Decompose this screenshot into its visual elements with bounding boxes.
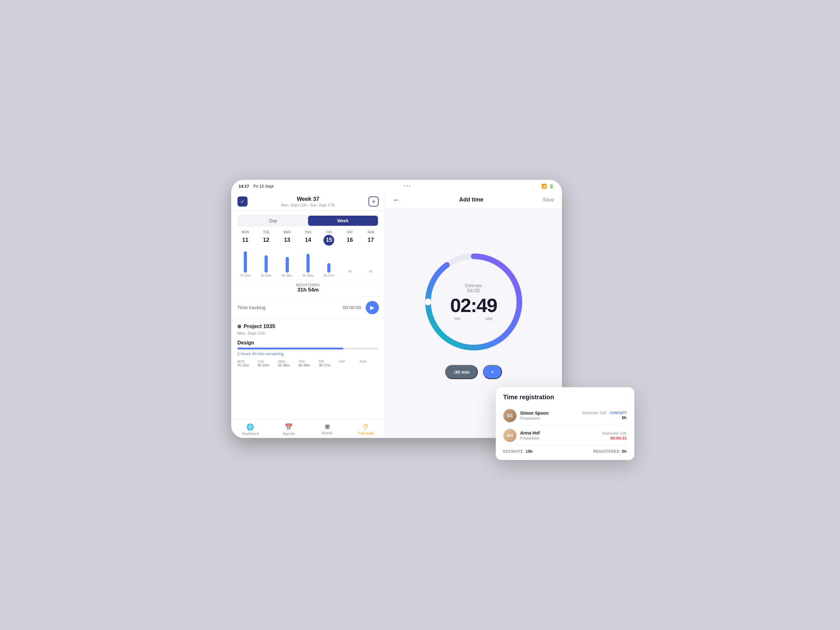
project-dot-icon [237, 324, 241, 328]
day-bar-wed [286, 257, 289, 272]
simon-info: Simon Spoon Preparation [520, 411, 578, 421]
day-col-thu[interactable]: THU 14 6h 48m [298, 230, 318, 277]
time-value: 00:00:00 [343, 305, 361, 310]
reg-person-anna: AH Anna Hof Preparation September 15th 0… [503, 426, 627, 446]
day-num-tue: 12 [261, 235, 272, 246]
day-time-thu: 6h 48m [303, 274, 313, 277]
simon-date: September 15th [582, 411, 606, 415]
timer-display[interactable]: 02:49 [450, 296, 497, 315]
battery-icon: 🔋 [549, 184, 554, 189]
status-bar: 14:17 Fri 15 Sept ··· 📶 🔋 [231, 180, 562, 191]
mini-day-thu: THU 6h 48m [298, 360, 318, 367]
scene: 14:17 Fri 15 Sept ··· 📶 🔋 ✓ Week 37 Mon.… [231, 180, 609, 450]
reg-person-simon: SS Simon Spoon Preparation September 15t… [503, 406, 627, 426]
right-title: Add time [459, 197, 483, 203]
week-toggle-btn[interactable]: Week [308, 216, 378, 226]
day-num-fri: 15 [324, 235, 334, 246]
registered-value: 31h 54m [234, 287, 382, 293]
day-bar-wrap-tue [265, 247, 268, 272]
day-time-wed: 5h 36m [282, 274, 292, 277]
simon-name: Simon Spoon [520, 411, 578, 416]
status-time: 14:17 [239, 184, 249, 189]
popup-registered: REGISTERED 5h [594, 449, 627, 454]
status-icons: 📶 🔋 [542, 184, 554, 189]
bottom-nav: 🌐 Dashboard 📅 Agenda ⊞ Boards ⏱ Time tra… [231, 419, 385, 438]
anna-hours: 00:04:31 [602, 436, 627, 441]
day-bar-wrap-sat [348, 247, 352, 272]
inbox-icon[interactable]: ✓ [237, 197, 248, 206]
simon-hours: 5h [582, 415, 627, 420]
dashboard-icon: 🌐 [246, 423, 254, 431]
day-col-sat[interactable]: SAT 16 [340, 230, 360, 277]
simon-tag: CONCEPT [610, 411, 627, 415]
time-tracking-row: Time tracking 00:00:00 ▶ [231, 296, 385, 319]
plus-button[interactable]: + [483, 365, 502, 379]
time-tracking-label: Time tracking [237, 305, 265, 310]
timetrack-icon: ⏱ [363, 423, 369, 430]
back-button[interactable]: ← [393, 196, 400, 204]
day-time-tue: 6h 24m [261, 274, 271, 277]
registered-label: REGISTERED [234, 284, 382, 287]
more-dots-icon: ··· [404, 183, 411, 189]
nav-dashboard[interactable]: 🌐 Dashboard [231, 422, 270, 437]
day-bar-thu [306, 254, 309, 272]
avatar-anna: AH [503, 429, 516, 442]
progress-bar [237, 348, 344, 350]
mini-day-mon: MON 7h 12m [237, 360, 257, 367]
svg-point-2 [425, 299, 431, 305]
time-tracking-right: 00:00:00 ▶ [343, 301, 379, 314]
nav-agenda[interactable]: 📅 Agenda [270, 422, 308, 437]
day-label-mon: MON [242, 230, 249, 234]
day-col-tue[interactable]: TUE 12 6h 24m [256, 230, 276, 277]
hh-mm-labels: HH MM [450, 317, 497, 321]
popup-title: Time registration [503, 394, 627, 401]
day-label-tue: TUE [263, 230, 269, 234]
day-col-mon[interactable]: MON 11 7h 12m [235, 230, 255, 277]
day-col-wed[interactable]: WED 13 5h 36m [277, 230, 297, 277]
nav-dashboard-label: Dashboard [242, 432, 259, 435]
mini-day-fri: FRI 3h 17m [319, 360, 338, 367]
minus-30-button[interactable]: -30 min [445, 365, 478, 379]
project-section: Project 1035 Mon, Sept 11th Design 2 hou… [231, 319, 385, 367]
day-toggle-btn[interactable]: Day [238, 216, 308, 226]
day-num-sun: 17 [365, 235, 376, 246]
avatar-anna-initials: AH [503, 429, 516, 442]
estimate-value: 04:00 [450, 288, 497, 294]
mini-week: MON 7h 12m TUE 6h 24m WED 5h 36m THU [237, 360, 379, 367]
day-col-fri[interactable]: FRI 15 3h 17m [319, 230, 339, 277]
estimate-footer-label: ESTIMATE [503, 449, 523, 454]
left-panel: ✓ Week 37 Mon. Sept 11th - Sun. Sept 17t… [231, 191, 385, 438]
save-button[interactable]: Save [543, 197, 554, 203]
time-reg-popup: Time registration SS Simon Spoon Prepara… [496, 387, 634, 460]
project-name: Project 1035 [237, 323, 379, 330]
mini-day-wed: WED 5h 36m [278, 360, 297, 367]
popup-footer: ESTIMATE 15h REGISTERED 5h [503, 449, 627, 454]
registered-footer-label: REGISTERED [594, 449, 619, 454]
play-button[interactable]: ▶ [366, 301, 379, 314]
nav-boards[interactable]: ⊞ Boards [308, 422, 346, 437]
estimate-label: Estimate [450, 283, 497, 288]
design-label: Design [237, 340, 379, 346]
agenda-icon: 📅 [285, 423, 293, 431]
status-date: Fri 15 Sept [254, 184, 274, 189]
timer-circle: Estimate 04:00 02:49 HH MM [420, 249, 527, 356]
anna-right: September 15th 00:04:31 [602, 430, 627, 441]
anna-task: Preparation [520, 436, 598, 441]
day-time-fri: 3h 17m [324, 274, 334, 277]
day-bar-wrap-wed [286, 247, 289, 272]
day-week-toggle: Day Week [237, 215, 379, 227]
simon-task: Preparation [520, 416, 578, 421]
day-num-sat: 16 [344, 235, 355, 246]
project-date: Mon, Sept 11th [237, 331, 379, 335]
day-col-sun[interactable]: SUN 17 [361, 230, 381, 277]
nav-boards-label: Boards [322, 431, 333, 435]
boards-icon: ⊞ [325, 423, 330, 430]
estimate-footer-val: 15h [526, 449, 533, 454]
registered-footer-val: 5h [622, 449, 627, 454]
day-label-sat: SAT [347, 230, 353, 234]
day-num-thu: 14 [303, 235, 313, 246]
nav-timetrack[interactable]: ⏱ Time track [346, 422, 385, 437]
day-bar-tue [265, 255, 268, 272]
nav-agenda-label: Agenda [283, 432, 295, 435]
add-button[interactable]: + [368, 197, 379, 206]
